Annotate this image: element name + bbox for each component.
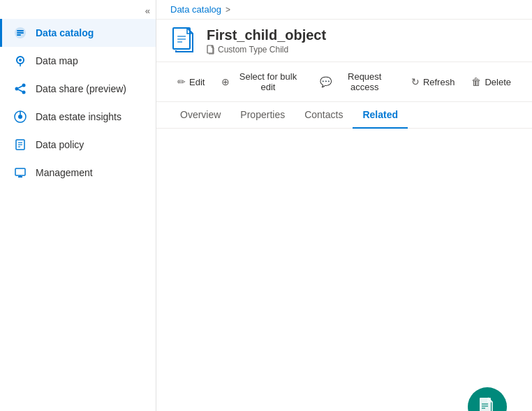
refresh-button[interactable]: ↻ Refresh	[404, 73, 462, 91]
svg-point-7	[22, 84, 26, 87]
child-node[interactable]: custom_type_child	[450, 387, 525, 411]
breadcrumb-item[interactable]: Data catalog	[170, 4, 221, 15]
graph-connector	[156, 129, 532, 411]
sidebar-item-label: Management	[36, 167, 93, 178]
svg-rect-20	[18, 176, 22, 178]
svg-point-13	[18, 115, 22, 119]
bulk-edit-icon: ⊕	[221, 76, 230, 87]
svg-point-9	[22, 91, 26, 94]
entity-icon	[170, 27, 198, 55]
entity-header: First_child_object Custom Type Child	[156, 20, 532, 62]
edit-button[interactable]: ✏ Edit	[170, 73, 212, 91]
share-icon	[13, 82, 27, 96]
sidebar-item-label: Data map	[36, 55, 78, 66]
sidebar-item-data-estate[interactable]: Data estate insights	[0, 103, 156, 131]
sidebar-item-data-map[interactable]: Data map	[0, 47, 156, 75]
insights-icon	[13, 110, 27, 124]
edit-icon: ✏	[177, 76, 186, 87]
bulk-edit-label: Select for bulk edit	[233, 71, 302, 92]
graph-area: custom_type_child Parent	[156, 129, 532, 411]
delete-icon: 🗑	[471, 76, 481, 87]
entity-info: First_child_object Custom Type Child	[207, 27, 326, 55]
map-icon	[13, 54, 27, 68]
tab-contacts[interactable]: Contacts	[295, 102, 353, 129]
refresh-label: Refresh	[423, 77, 455, 87]
request-access-label: Request access	[335, 71, 394, 92]
breadcrumb-separator: >	[226, 5, 230, 15]
svg-point-5	[19, 59, 22, 62]
sidebar: « Data catalog Data map	[0, 0, 156, 411]
delete-button[interactable]: 🗑 Delete	[464, 73, 518, 91]
catalog-icon	[13, 26, 27, 40]
svg-rect-26	[207, 45, 213, 53]
svg-rect-19	[15, 168, 25, 175]
main-content: Data catalog > First_child_object	[156, 0, 532, 411]
management-icon	[13, 166, 27, 180]
tabs: Overview Properties Contacts Related	[156, 102, 532, 129]
sidebar-item-label: Data share (preview)	[36, 83, 126, 94]
refresh-icon: ↻	[411, 76, 420, 87]
sidebar-item-label: Data policy	[36, 139, 84, 150]
svg-line-11	[18, 89, 22, 92]
request-access-icon: 💬	[320, 76, 332, 87]
sidebar-collapse-button[interactable]: «	[0, 0, 156, 19]
tab-related[interactable]: Related	[353, 102, 408, 129]
entity-subtitle: Custom Type Child	[207, 45, 326, 55]
svg-point-8	[15, 87, 19, 91]
entity-title: First_child_object	[207, 27, 326, 43]
svg-rect-3	[17, 34, 21, 36]
sidebar-item-label: Data estate insights	[36, 111, 121, 122]
content-area: custom_type_child Parent	[156, 129, 532, 411]
sidebar-item-label: Data catalog	[36, 27, 94, 38]
sidebar-item-management[interactable]: Management	[0, 159, 156, 187]
sidebar-item-data-catalog[interactable]: Data catalog	[0, 19, 156, 47]
tab-properties[interactable]: Properties	[230, 102, 295, 129]
sidebar-item-data-policy[interactable]: Data policy	[0, 131, 156, 159]
edit-label: Edit	[189, 77, 205, 87]
tab-overview[interactable]: Overview	[170, 102, 230, 129]
delete-label: Delete	[485, 77, 511, 87]
bulk-edit-button[interactable]: ⊕ Select for bulk edit	[214, 68, 309, 96]
request-access-button[interactable]: 💬 Request access	[313, 68, 401, 96]
svg-rect-1	[17, 30, 24, 31]
svg-line-10	[18, 86, 22, 88]
svg-rect-2	[17, 32, 24, 34]
child-node-circle	[468, 387, 507, 411]
policy-icon	[13, 138, 27, 152]
toolbar: ✏ Edit ⊕ Select for bulk edit 💬 Request …	[156, 62, 532, 102]
breadcrumb: Data catalog >	[156, 0, 532, 20]
sidebar-item-data-share[interactable]: Data share (preview)	[0, 75, 156, 103]
